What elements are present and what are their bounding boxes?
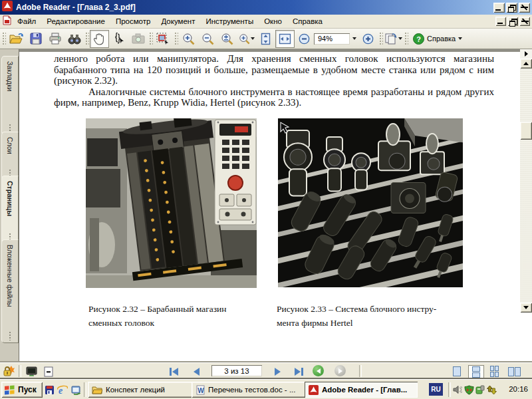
show-desktop-icon[interactable] [70,384,81,395]
toolbar-expand-button[interactable] [520,49,532,59]
continuous-facing-button[interactable] [487,365,501,378]
adobe-reader-icon [2,1,13,14]
window-controls [493,3,530,13]
prev-page-icon [194,368,200,376]
arrow-up-icon [523,62,529,65]
single-page-button[interactable] [450,365,464,378]
toolbar-grip[interactable] [1,31,6,46]
save-button[interactable] [26,30,45,48]
toolbar-grip[interactable] [148,31,153,46]
toolbar-grip[interactable] [174,31,178,46]
zoom-level-input[interactable]: 94% [314,33,350,45]
scrollbar-track[interactable] [520,68,532,303]
first-page-button[interactable] [166,365,181,378]
page-size-button[interactable] [41,365,56,378]
help-button[interactable]: ? Справка [409,31,466,47]
screen-mode-button[interactable] [24,365,39,378]
app-disk-icon[interactable] [44,384,55,395]
statusbar-separator [19,365,21,377]
arrow-left-icon [317,368,321,374]
pdf-doc-icon[interactable] [2,15,12,28]
lock-icon [3,365,15,380]
hand-tool-button[interactable] [90,30,109,48]
prev-view-button[interactable] [313,365,324,376]
snapshot-icon[interactable] [128,30,148,48]
zoom-tool-menu-icon[interactable] [237,30,256,48]
figure-caption: Рисунок 2.32 – Барабанный магазин сменны… [88,302,255,330]
menu-edit[interactable]: Редактирование [41,15,110,27]
doc-minimize-icon[interactable] [495,17,506,26]
menu-window[interactable]: Окно [259,15,287,27]
menu-document[interactable]: Документ [156,15,200,27]
taskbar: Пуск e Конспект лекций W Перечень тестов… [0,379,532,399]
taskbar-window-word-doc[interactable]: W Перечень тестов.doc - ... [192,382,311,398]
menu-tools[interactable]: Инструменты [200,15,259,27]
start-button[interactable]: Пуск [1,382,43,398]
menu-view[interactable]: Просмотр [110,15,156,27]
language-indicator[interactable]: RU [429,383,443,396]
fit-width-button[interactable] [275,30,295,48]
chevron-down-icon [398,37,402,40]
prev-page-button[interactable] [189,365,203,378]
last-page-button[interactable] [291,365,306,378]
minimize-icon[interactable] [493,3,505,13]
doc-restore-icon[interactable] [507,17,518,26]
menu-help[interactable]: Справка [287,15,328,27]
next-page-button[interactable] [270,365,285,378]
toolbar-grip[interactable] [378,31,383,46]
zoom-in-tool-icon[interactable] [179,30,198,48]
select-text-icon[interactable] [109,30,128,48]
scrollbar-filler [520,313,532,362]
zoom-out-tool-icon[interactable] [198,30,217,48]
page-text: ленного робота или манипулятора. Для хра… [54,53,494,108]
open-button[interactable] [7,30,26,48]
page-view-menu-button[interactable] [384,30,403,48]
tab-layers[interactable]: Слои [1,132,19,181]
continuous-icon [472,366,480,378]
taskbar-window-adobe-reader[interactable]: Adobe Reader - [Глав... [305,382,418,398]
restore-icon[interactable] [506,3,517,13]
taskbar-window-folder[interactable]: Конспект лекций [88,382,197,398]
document-area: ленного робота или манипулятора. Для хра… [19,49,520,362]
menu-file[interactable]: Файл [12,15,41,27]
volume-icon[interactable] [452,384,463,395]
toolbar-grip[interactable] [84,31,89,46]
tab-pages[interactable]: Страницы [1,176,19,245]
statusbar: 3 из 13 [0,362,532,380]
taskbar-separator [84,382,86,397]
facing-button[interactable] [507,365,521,378]
zoom-out-button[interactable] [295,30,314,48]
page-number-input[interactable]: 3 из 13 [211,365,262,376]
continuous-button[interactable] [468,365,484,379]
paragraph: Аналогичные системы блочного инструмента… [54,86,494,108]
word-doc-icon: W [196,385,205,395]
zoom-in-button[interactable] [358,30,378,48]
tab-bookmarks[interactable]: Закладки [1,56,19,136]
internet-explorer-icon[interactable]: e [57,384,68,395]
fit-height-button[interactable] [256,30,275,48]
last-page-icon [295,368,301,376]
clock: 20:16 [509,385,528,393]
figure-hertel-tools [278,118,463,287]
scroll-down-button[interactable] [520,303,532,313]
network-activity-icon[interactable] [486,384,497,395]
next-view-button[interactable] [334,365,346,376]
search-binoculars-icon[interactable] [65,30,84,48]
pdf-page: ленного робота или манипулятора. Для хра… [19,52,520,361]
select-image-icon[interactable] [154,30,173,48]
folder-icon [92,386,102,394]
help-label: Справка [427,35,456,43]
close-icon[interactable] [519,3,530,13]
zoom-dropdown-button[interactable] [350,33,358,45]
agent-icon[interactable] [475,384,485,395]
print-button[interactable] [45,30,65,48]
toolbar-grip[interactable] [404,31,408,46]
doc-close-icon[interactable] [519,17,530,26]
tab-attachments[interactable]: Вложенные файлы [1,239,19,343]
svg-text:W: W [198,386,204,394]
antivirus-shield-icon[interactable] [464,384,474,395]
zoom-dynamic-icon[interactable] [217,30,237,48]
scrollbar-thumb[interactable] [520,122,532,140]
scroll-up-button[interactable] [520,59,532,68]
start-label: Пуск [18,385,37,394]
